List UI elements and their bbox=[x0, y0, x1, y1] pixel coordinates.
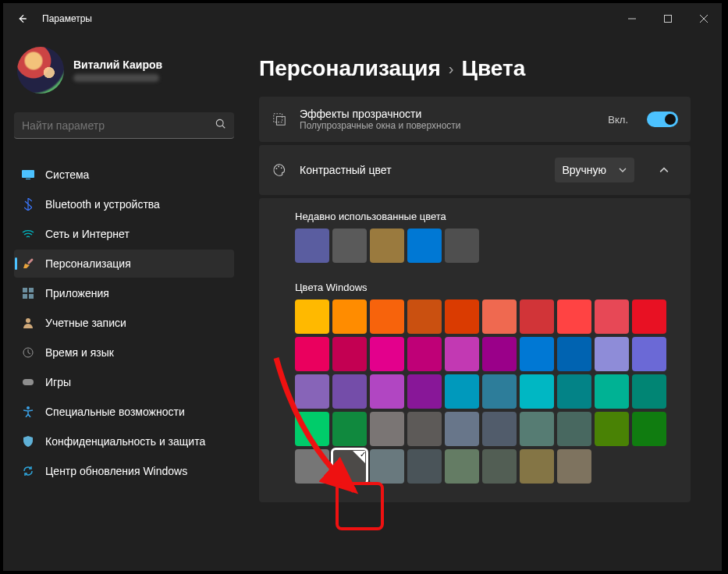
breadcrumb-root[interactable]: Персонализация bbox=[259, 56, 441, 81]
chevron-down-icon bbox=[619, 166, 627, 174]
recent-color-swatch[interactable] bbox=[332, 229, 367, 263]
maximize-button[interactable] bbox=[650, 3, 686, 34]
color-swatch[interactable] bbox=[370, 337, 404, 371]
transparency-row[interactable]: Эффекты прозрачности Полупрозрачные окна… bbox=[259, 97, 691, 142]
color-swatch[interactable] bbox=[557, 449, 591, 484]
gaming-icon bbox=[22, 376, 34, 388]
sidebar-item-3[interactable]: Персонализация bbox=[14, 250, 234, 278]
color-swatch[interactable] bbox=[482, 299, 517, 334]
color-swatch[interactable] bbox=[632, 374, 666, 409]
back-button[interactable] bbox=[9, 6, 34, 31]
color-swatch[interactable] bbox=[557, 299, 591, 334]
accent-mode-combo[interactable]: Вручную bbox=[555, 158, 635, 182]
sidebar-item-label: Игры bbox=[45, 376, 71, 388]
color-swatch[interactable] bbox=[370, 449, 404, 484]
color-swatch[interactable] bbox=[407, 299, 442, 334]
color-swatch[interactable] bbox=[295, 449, 329, 484]
color-swatch[interactable] bbox=[445, 299, 479, 334]
combo-value: Вручную bbox=[563, 164, 607, 176]
color-swatch[interactable] bbox=[520, 412, 554, 446]
search-input[interactable] bbox=[14, 112, 234, 139]
svg-rect-16 bbox=[274, 114, 282, 122]
svg-point-15 bbox=[27, 406, 30, 409]
color-swatch[interactable] bbox=[482, 374, 517, 409]
sidebar-item-8[interactable]: Специальные возможности bbox=[14, 398, 234, 426]
personalization-icon bbox=[22, 257, 34, 270]
svg-rect-11 bbox=[29, 294, 34, 299]
accent-title: Контрастный цвет bbox=[300, 164, 542, 176]
user-name: Виталий Каиров bbox=[73, 58, 162, 71]
color-swatch[interactable] bbox=[295, 412, 329, 446]
sidebar-item-7[interactable]: Игры bbox=[14, 368, 234, 396]
sidebar-item-6[interactable]: Время и язык bbox=[14, 338, 234, 367]
color-swatch[interactable] bbox=[595, 374, 629, 409]
recent-color-swatch[interactable] bbox=[407, 229, 442, 263]
color-swatch[interactable] bbox=[445, 412, 479, 446]
sidebar-item-9[interactable]: Конфиденциальность и защита bbox=[14, 427, 234, 455]
sidebar-item-1[interactable]: Bluetooth и устройства bbox=[14, 190, 234, 218]
color-swatch[interactable] bbox=[332, 299, 367, 334]
close-button[interactable] bbox=[686, 3, 722, 34]
accessibility-icon bbox=[22, 406, 34, 418]
color-swatch[interactable] bbox=[407, 412, 442, 446]
color-swatch[interactable] bbox=[445, 374, 479, 409]
sidebar-item-10[interactable]: Центр обновления Windows bbox=[14, 457, 234, 485]
color-swatch[interactable] bbox=[295, 299, 329, 334]
check-icon: ✓ bbox=[360, 450, 366, 459]
transparency-title: Эффекты прозрачности bbox=[300, 108, 595, 120]
color-swatch[interactable] bbox=[520, 337, 554, 371]
color-swatch[interactable] bbox=[370, 299, 404, 334]
avatar bbox=[17, 47, 64, 94]
color-swatch[interactable] bbox=[595, 337, 629, 371]
search-field[interactable] bbox=[22, 119, 215, 132]
color-swatch[interactable] bbox=[520, 299, 554, 334]
sidebar-item-5[interactable]: Учетные записи bbox=[14, 309, 234, 337]
color-swatch[interactable] bbox=[370, 412, 404, 446]
sidebar-item-label: Специальные возможности bbox=[45, 406, 185, 418]
color-swatch[interactable] bbox=[632, 337, 666, 371]
color-swatch[interactable] bbox=[595, 299, 629, 334]
sidebar-item-label: Bluetooth и устройства bbox=[45, 198, 160, 211]
expand-button[interactable] bbox=[650, 156, 678, 184]
color-swatch[interactable] bbox=[370, 374, 404, 409]
color-swatch[interactable]: ✓ bbox=[332, 449, 367, 484]
color-swatch[interactable] bbox=[332, 337, 367, 371]
color-swatch[interactable] bbox=[632, 412, 666, 446]
color-swatch[interactable] bbox=[295, 374, 329, 409]
color-swatch[interactable] bbox=[482, 449, 517, 484]
color-swatch[interactable] bbox=[557, 412, 591, 446]
color-swatch[interactable] bbox=[295, 337, 329, 371]
svg-rect-9 bbox=[29, 288, 34, 292]
recent-color-swatch[interactable] bbox=[295, 229, 329, 263]
svg-rect-17 bbox=[276, 116, 285, 125]
color-swatch[interactable] bbox=[407, 374, 442, 409]
transparency-toggle[interactable] bbox=[647, 112, 678, 127]
color-swatch[interactable] bbox=[557, 374, 591, 409]
color-swatch[interactable] bbox=[482, 337, 517, 371]
minimize-button[interactable] bbox=[614, 3, 650, 34]
color-swatch[interactable] bbox=[332, 374, 367, 409]
sidebar-item-4[interactable]: Приложения bbox=[14, 279, 234, 307]
color-swatch[interactable] bbox=[407, 449, 442, 484]
user-block[interactable]: Виталий Каиров bbox=[14, 47, 234, 94]
color-swatch[interactable] bbox=[520, 374, 554, 409]
sidebar-item-2[interactable]: Сеть и Интернет bbox=[14, 220, 234, 248]
color-swatch[interactable] bbox=[520, 449, 554, 484]
recent-color-swatch[interactable] bbox=[445, 229, 479, 263]
color-swatch[interactable] bbox=[632, 299, 666, 334]
color-swatch[interactable] bbox=[557, 337, 591, 371]
color-swatch[interactable] bbox=[445, 449, 479, 484]
sidebar-item-label: Конфиденциальность и защита bbox=[45, 435, 205, 448]
sidebar-item-label: Персонализация bbox=[45, 257, 131, 270]
color-swatch[interactable] bbox=[445, 337, 479, 371]
svg-line-5 bbox=[222, 126, 225, 128]
color-swatch[interactable] bbox=[482, 412, 517, 446]
color-swatch[interactable] bbox=[595, 412, 629, 446]
sidebar-item-label: Система bbox=[45, 168, 89, 181]
color-swatch[interactable] bbox=[407, 337, 442, 371]
accent-row[interactable]: Контрастный цвет Вручную bbox=[259, 145, 691, 195]
sidebar-item-0[interactable]: Система bbox=[14, 161, 234, 189]
sidebar-item-label: Время и язык bbox=[45, 346, 114, 359]
recent-color-swatch[interactable] bbox=[370, 229, 404, 263]
color-swatch[interactable] bbox=[332, 412, 367, 446]
